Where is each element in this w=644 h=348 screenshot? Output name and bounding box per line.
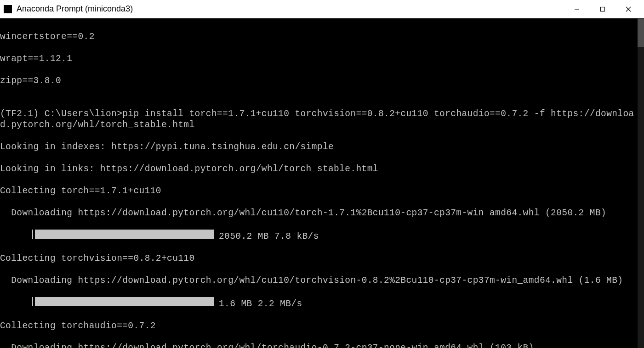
close-icon xyxy=(626,6,631,12)
output-line: Downloading https://download.pytorch.org… xyxy=(0,342,638,348)
progress-bar xyxy=(32,297,214,306)
output-line: Looking in links: https://download.pytor… xyxy=(0,163,638,174)
progress-bar xyxy=(32,230,214,239)
progress-row: 2050.2 MB 7.8 kB/s xyxy=(0,230,638,242)
titlebar[interactable]: Anaconda Prompt (miniconda3) xyxy=(0,0,644,18)
terminal-window: Anaconda Prompt (miniconda3) wincertstor… xyxy=(0,0,644,348)
svg-rect-1 xyxy=(601,7,605,11)
output-line: wincertstore==0.2 xyxy=(0,31,638,42)
output-line: Collecting torchaudio==0.7.2 xyxy=(0,320,638,331)
progress-text: 1.6 MB 2.2 MB/s xyxy=(219,299,302,309)
prompt-path: C:\Users\lion> xyxy=(45,109,122,119)
maximize-button[interactable] xyxy=(590,0,616,18)
output-line: Collecting torch==1.7.1+cu110 xyxy=(0,185,638,196)
output-line: Looking in indexes: https://pypi.tuna.ts… xyxy=(0,141,638,152)
maximize-icon xyxy=(600,6,605,12)
progress-text: 2050.2 MB 7.8 kB/s xyxy=(219,231,319,241)
minimize-icon xyxy=(574,6,580,12)
window-title: Anaconda Prompt (miniconda3) xyxy=(17,4,133,14)
output-line: zipp==3.8.0 xyxy=(0,75,638,86)
scrollbar[interactable] xyxy=(638,18,644,348)
output-line: wrapt==1.12.1 xyxy=(0,53,638,64)
app-icon xyxy=(4,5,12,13)
scrollbar-thumb[interactable] xyxy=(638,19,644,47)
output-line: Collecting torchvision==0.8.2+cu110 xyxy=(0,253,638,264)
close-button[interactable] xyxy=(616,0,641,18)
output-line: Downloading https://download.pytorch.org… xyxy=(0,275,638,286)
terminal-area[interactable]: wincertstore==0.2 wrapt==1.12.1 zipp==3.… xyxy=(0,18,638,348)
progress-row: 1.6 MB 2.2 MB/s xyxy=(0,297,638,309)
prompt-env: (TF2.1) xyxy=(0,109,45,119)
minimize-button[interactable] xyxy=(564,0,590,18)
command-line: (TF2.1) C:\Users\lion>pip install torch=… xyxy=(0,108,638,130)
output-line: Downloading https://download.pytorch.org… xyxy=(0,208,638,219)
